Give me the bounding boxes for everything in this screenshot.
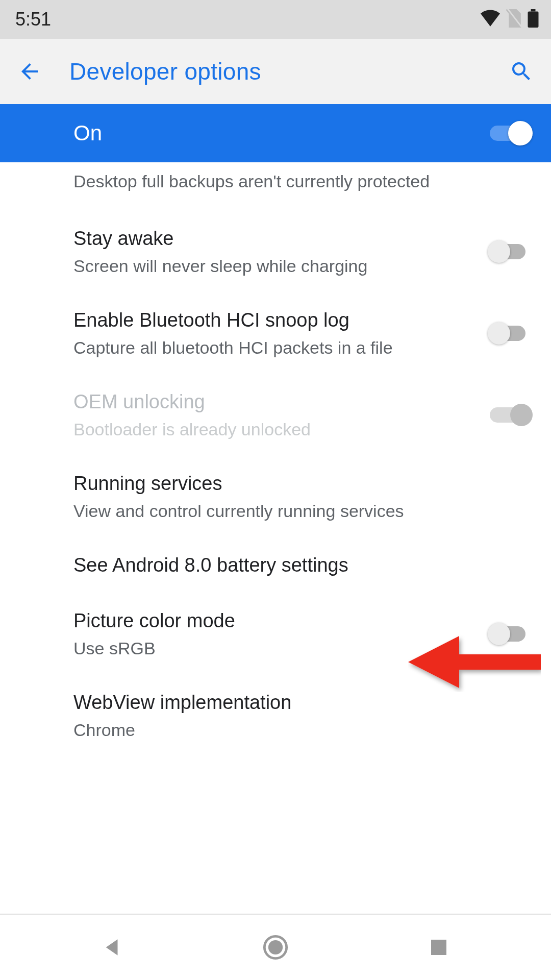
setting-title: See Android 8.0 battery settings bbox=[73, 553, 520, 578]
arrow-back-icon bbox=[17, 59, 42, 84]
settings-list: Desktop full backups aren't currently pr… bbox=[0, 162, 551, 757]
stay-awake-toggle[interactable] bbox=[490, 240, 531, 263]
triangle-back-icon bbox=[102, 936, 123, 959]
backup-password-subtitle: Desktop full backups aren't currently pr… bbox=[73, 162, 531, 212]
setting-running-services[interactable]: Running services View and control curren… bbox=[73, 457, 531, 538]
setting-title: Running services bbox=[73, 471, 520, 496]
status-bar: 5:51 bbox=[0, 0, 551, 39]
svg-rect-6 bbox=[431, 940, 446, 955]
setting-oem-unlocking: OEM unlocking Bootloader is already unlo… bbox=[73, 375, 531, 457]
setting-title: Picture color mode bbox=[73, 608, 480, 633]
navigation-bar bbox=[0, 915, 551, 980]
square-recents-icon bbox=[429, 937, 449, 958]
circle-home-icon bbox=[262, 934, 289, 961]
battery-icon bbox=[528, 9, 539, 30]
setting-subtitle: Screen will never sleep while charging bbox=[73, 255, 480, 277]
setting-title: OEM unlocking bbox=[73, 389, 480, 414]
setting-title: WebView implementation bbox=[73, 690, 520, 715]
back-button[interactable] bbox=[15, 57, 44, 86]
setting-webview-implementation[interactable]: WebView implementation Chrome bbox=[73, 676, 531, 757]
setting-subtitle: Capture all bluetooth HCI packets in a f… bbox=[73, 337, 480, 359]
setting-bt-hci-snoop[interactable]: Enable Bluetooth HCI snoop log Capture a… bbox=[73, 293, 531, 375]
master-toggle-row[interactable]: On bbox=[0, 104, 551, 162]
setting-stay-awake[interactable]: Stay awake Screen will never sleep while… bbox=[73, 212, 531, 293]
status-time: 5:51 bbox=[15, 9, 51, 30]
setting-title: Stay awake bbox=[73, 226, 480, 251]
master-toggle-label: On bbox=[73, 121, 490, 145]
search-button[interactable] bbox=[507, 57, 536, 86]
svg-rect-0 bbox=[531, 9, 536, 12]
search-icon bbox=[509, 59, 534, 84]
nav-back-button[interactable] bbox=[87, 932, 138, 963]
no-sim-icon bbox=[506, 9, 521, 30]
setting-subtitle: Chrome bbox=[73, 719, 520, 741]
setting-subtitle: View and control currently running servi… bbox=[73, 500, 520, 522]
page-title: Developer options bbox=[69, 58, 507, 85]
nav-home-button[interactable] bbox=[250, 932, 301, 963]
status-icons bbox=[481, 9, 539, 30]
setting-picture-color-mode[interactable]: Picture color mode Use sRGB bbox=[73, 594, 531, 676]
wifi-icon bbox=[481, 10, 500, 29]
svg-point-5 bbox=[268, 940, 283, 954]
master-toggle-switch[interactable] bbox=[490, 122, 531, 144]
oem-unlock-toggle bbox=[490, 404, 531, 426]
bt-hci-toggle[interactable] bbox=[490, 322, 531, 345]
setting-subtitle: Bootloader is already unlocked bbox=[73, 419, 480, 440]
picture-color-toggle[interactable] bbox=[490, 623, 531, 645]
setting-android-8-battery[interactable]: See Android 8.0 battery settings bbox=[73, 538, 531, 594]
setting-title: Enable Bluetooth HCI snoop log bbox=[73, 308, 480, 333]
nav-recents-button[interactable] bbox=[413, 932, 464, 963]
setting-subtitle: Use sRGB bbox=[73, 638, 480, 659]
app-bar: Developer options bbox=[0, 39, 551, 104]
svg-rect-1 bbox=[528, 12, 539, 28]
